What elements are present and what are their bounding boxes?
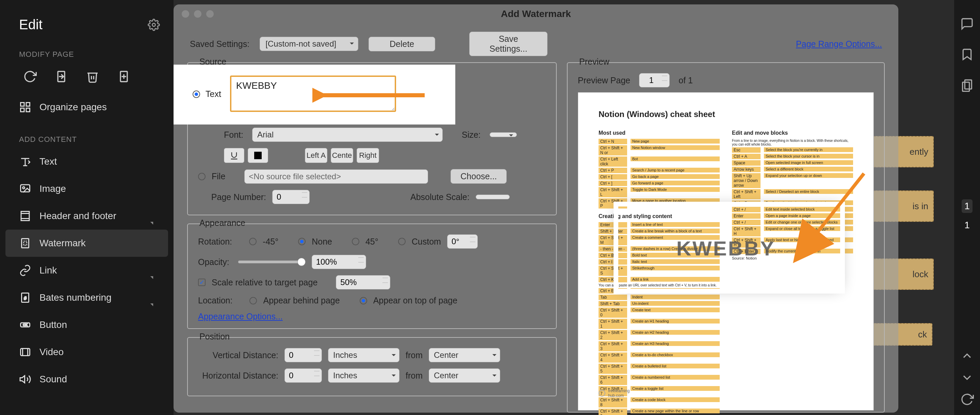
section-modify-page: MODIFY PAGE bbox=[0, 46, 173, 63]
svg-rect-3 bbox=[21, 103, 24, 107]
rotation-custom-radio[interactable] bbox=[398, 238, 406, 245]
position-group: Position Vertical Distance: 0 Inches fro… bbox=[187, 337, 557, 396]
text-color-button[interactable] bbox=[248, 148, 268, 163]
close-window-button[interactable] bbox=[182, 10, 189, 18]
rotation-neg45-radio[interactable] bbox=[249, 238, 256, 245]
button-icon: OK bbox=[19, 319, 31, 331]
file-path-field[interactable]: <No source file selected> bbox=[244, 169, 428, 184]
underline-button[interactable] bbox=[224, 148, 244, 163]
size-label: Size: bbox=[462, 130, 481, 140]
annotation-arrow-icon bbox=[779, 170, 867, 266]
scale-relative-field[interactable]: 50% bbox=[336, 275, 390, 289]
preview-page-field[interactable]: 1 bbox=[639, 73, 670, 87]
nav-watermark[interactable]: Watermark bbox=[5, 230, 168, 257]
hdist-origin-select[interactable]: Center bbox=[429, 368, 500, 383]
location-behind-radio[interactable] bbox=[250, 297, 257, 304]
absolute-scale-label: Absolute Scale: bbox=[410, 192, 469, 202]
page-number-label: Page Number: bbox=[208, 192, 266, 202]
preview-canvas: Notion (Windows) cheat sheet Most used C… bbox=[578, 92, 874, 410]
svg-point-8 bbox=[23, 187, 25, 189]
opacity-label: Opacity: bbox=[198, 257, 229, 267]
file-radio[interactable] bbox=[198, 173, 205, 180]
trash-icon[interactable] bbox=[86, 70, 99, 83]
nav-video[interactable]: Video bbox=[0, 339, 173, 366]
location-label: Location: bbox=[198, 296, 232, 305]
nav-text[interactable]: Text bbox=[0, 148, 173, 175]
hdist-field[interactable]: 0 bbox=[285, 368, 322, 383]
rotation-custom-field[interactable]: 0° bbox=[447, 234, 478, 249]
rotate-icon[interactable] bbox=[23, 70, 37, 83]
rotation-pos45-radio[interactable] bbox=[352, 238, 360, 245]
scale-relative-checkbox[interactable]: ✓ bbox=[198, 278, 205, 286]
align-left-button[interactable]: Left A bbox=[305, 148, 327, 163]
nav-label: Sound bbox=[40, 374, 67, 385]
svg-line-22 bbox=[799, 173, 864, 255]
saved-settings-select[interactable]: [Custom-not saved] bbox=[259, 37, 358, 51]
nav-label: Link bbox=[40, 265, 57, 276]
location-ontop-radio[interactable] bbox=[360, 297, 367, 304]
vdist-origin-select[interactable]: Center bbox=[429, 348, 500, 362]
svg-rect-9 bbox=[21, 211, 29, 221]
nav-bates-numbering[interactable]: # Bates numbering bbox=[0, 284, 173, 311]
nav-button[interactable]: OK Button bbox=[0, 311, 173, 339]
nav-link[interactable]: Link bbox=[0, 257, 173, 284]
svg-rect-13 bbox=[24, 241, 27, 245]
vdist-units-select[interactable]: Inches bbox=[328, 348, 399, 362]
pages-icon[interactable] bbox=[960, 78, 974, 92]
current-page: 1 bbox=[962, 199, 972, 213]
text-radio[interactable] bbox=[192, 91, 200, 98]
nav-label: Watermark bbox=[40, 238, 86, 249]
chevron-down-icon[interactable] bbox=[960, 371, 974, 385]
submenu-indicator-icon bbox=[150, 302, 155, 307]
opacity-field[interactable]: 100% bbox=[312, 255, 366, 269]
header-footer-icon bbox=[19, 210, 31, 222]
font-select[interactable]: Arial bbox=[252, 127, 443, 142]
scale-relative-label: Scale relative to target page bbox=[212, 278, 318, 288]
bookmark-icon[interactable] bbox=[960, 48, 974, 61]
vdist-field[interactable]: 0 bbox=[285, 348, 322, 362]
svg-rect-24 bbox=[965, 80, 972, 89]
source-text-highlight: Text bbox=[173, 65, 455, 124]
opacity-slider[interactable] bbox=[238, 261, 303, 263]
nav-image[interactable]: Image bbox=[0, 175, 173, 202]
nav-label: Video bbox=[40, 347, 64, 358]
svg-point-0 bbox=[153, 23, 156, 26]
absolute-scale-field[interactable] bbox=[476, 195, 510, 199]
preview-section-heading: Edit and move blocks bbox=[732, 130, 853, 136]
video-icon bbox=[19, 346, 31, 358]
organize-icon bbox=[19, 101, 31, 113]
nav-header-footer[interactable]: Header and footer bbox=[0, 202, 173, 230]
align-center-button[interactable]: Cente bbox=[331, 148, 353, 163]
hdist-units-select[interactable]: Inches bbox=[328, 368, 399, 383]
page-range-options-link[interactable]: Page Range Options... bbox=[796, 39, 882, 49]
svg-rect-12 bbox=[22, 239, 29, 248]
nav-organize-pages[interactable]: Organize pages bbox=[0, 94, 173, 121]
delete-button[interactable]: Delete bbox=[369, 37, 435, 51]
choose-file-button[interactable]: Choose... bbox=[450, 169, 507, 184]
rotation-none-radio[interactable] bbox=[298, 238, 305, 245]
insert-page-icon[interactable] bbox=[117, 70, 130, 83]
page-number-field[interactable]: 0 bbox=[272, 190, 310, 204]
location-ontop-label: Appear on top of page bbox=[373, 296, 457, 305]
appearance-legend: Appearance bbox=[196, 218, 249, 228]
extract-icon[interactable] bbox=[54, 70, 68, 83]
nav-label: Organize pages bbox=[40, 102, 107, 113]
gear-icon[interactable] bbox=[148, 19, 160, 31]
align-right-button[interactable]: Right bbox=[356, 148, 379, 163]
svg-rect-25 bbox=[963, 82, 969, 92]
nav-label: Image bbox=[40, 183, 66, 194]
save-settings-button[interactable]: Save Settings... bbox=[469, 32, 547, 56]
svg-rect-18 bbox=[21, 349, 30, 356]
font-label: Font: bbox=[224, 130, 243, 140]
comment-icon[interactable] bbox=[960, 17, 974, 30]
position-legend: Position bbox=[196, 332, 233, 342]
zoom-window-button[interactable] bbox=[206, 10, 214, 18]
refresh-icon[interactable] bbox=[960, 393, 974, 406]
minimize-window-button[interactable] bbox=[194, 10, 202, 18]
sidebar-title: Edit bbox=[19, 17, 43, 32]
svg-text:OK: OK bbox=[23, 323, 27, 326]
nav-sound[interactable]: Sound bbox=[0, 366, 173, 393]
size-select[interactable] bbox=[490, 132, 517, 137]
appearance-options-link[interactable]: Appearance Options... bbox=[198, 312, 283, 321]
chevron-up-icon[interactable] bbox=[960, 349, 974, 363]
